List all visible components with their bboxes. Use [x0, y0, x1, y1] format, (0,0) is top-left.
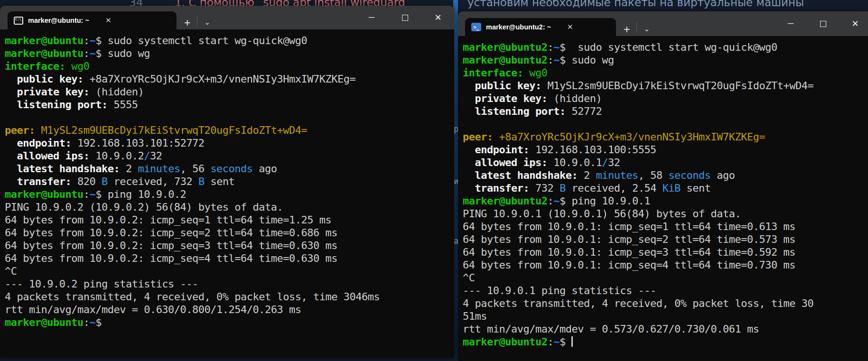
terminal-line: ^C: [463, 271, 868, 284]
terminal-line: listening port: 52772: [463, 105, 868, 118]
terminal-line: 64 bytes from 10.9.0.2: icmp_seq=3 ttl=6…: [5, 239, 454, 252]
titlebar[interactable]: C:\_ marker@ubuntu: ~ ✕ + ⌄ ─ ✕: [0, 6, 454, 29]
tab-marker-ubuntu2[interactable]: >_ marker@ubuntu2: ~ ✕: [465, 18, 616, 36]
titlebar[interactable]: >_ marker@ubuntu2: ~ ✕ + ⌄ ─ ✕: [458, 11, 868, 36]
new-tab-button[interactable]: +: [624, 25, 630, 34]
terminal-line: private key: (hidden): [463, 92, 868, 105]
close-button[interactable]: ✕: [844, 11, 866, 36]
maximize-button[interactable]: [394, 6, 416, 29]
terminal-line: peer: +8a7XroYRc5OjKJr9cX+m3/vnenNSIy3Hm…: [463, 130, 868, 143]
terminal-line: interface: wg0: [463, 66, 868, 79]
background-text-fragment: р: [454, 124, 458, 134]
terminal-line: 64 bytes from 10.9.0.1: icmp_seq=4 ttl=6…: [463, 259, 868, 271]
tab-title: marker@ubuntu: ~: [28, 17, 89, 24]
terminal-line: rtt min/avg/max/mdev = 0.630/0.800/1.254…: [5, 303, 454, 316]
cmd-prompt-icon: C:\_: [14, 17, 23, 25]
terminal-line: public key: M1ySL2sm9UEBcDyi7kEiStvrwqT2…: [463, 79, 868, 92]
window-controls: ─ ✕: [361, 6, 454, 29]
close-button[interactable]: ✕: [427, 6, 449, 29]
background-doc-text: установим необходимые пакеты на виртуаль…: [467, 0, 804, 9]
terminal-line: 64 bytes from 10.9.0.1: icmp_seq=1 ttl=6…: [463, 220, 868, 233]
terminal-line: [5, 111, 454, 124]
terminal-line: ^C: [5, 265, 454, 278]
tab-marker-ubuntu[interactable]: C:\_ marker@ubuntu: ~ ✕: [8, 11, 177, 29]
terminal-line: peer: M1ySL2sm9UEBcDyi7kEiStvrwqT20ugFsI…: [5, 124, 454, 137]
tabbar-separator: [636, 22, 637, 32]
terminal-line: endpoint: 192.168.103.100:5555: [463, 143, 868, 156]
tab-dropdown-button[interactable]: ⌄: [204, 18, 210, 27]
terminal-line: marker@ubuntu2:~$: [463, 335, 868, 348]
tab-dropdown-button[interactable]: ⌄: [644, 25, 650, 33]
text-cursor: [571, 336, 573, 347]
tab-close-icon[interactable]: ✕: [564, 22, 576, 32]
terminal-line: transfer: 820 B received, 732 B sent: [5, 175, 454, 188]
terminal-line: marker@ubuntu2:~$ sudo wg: [463, 54, 868, 66]
terminal-output-ubuntu2[interactable]: marker@ubuntu2:~$ sudo systemctl start w…: [458, 36, 868, 361]
window-controls: ─ ✕: [780, 11, 868, 36]
terminal-line: transfer: 732 B received, 2.54 KiB sent: [463, 182, 868, 194]
terminal-line: marker@ubuntu:~$ sudo wg: [5, 47, 454, 60]
terminal-line: endpoint: 192.168.103.101:52772: [5, 137, 454, 149]
terminal-line: 4 packets transmitted, 4 received, 0% pa…: [5, 290, 454, 303]
background-text-fragment: а: [454, 236, 458, 246]
terminal-line: marker@ubuntu:~$ sudo systemctl start wg…: [5, 34, 454, 47]
terminal-line: 64 bytes from 10.9.0.2: icmp_seq=2 ttl=6…: [5, 226, 454, 239]
terminal-line: marker@ubuntu:~$: [5, 316, 454, 329]
terminal-window-ubuntu2: >_ marker@ubuntu2: ~ ✕ + ⌄ ─ ✕ marker@ub…: [458, 11, 868, 361]
terminal-line: private key: (hidden): [5, 85, 454, 98]
terminal-line: 64 bytes from 10.9.0.2: icmp_seq=1 ttl=6…: [5, 213, 454, 226]
terminal-line: 4 packets transmitted, 4 received, 0% pa…: [463, 297, 868, 310]
terminal-line: --- 10.9.0.1 ping statistics ---: [463, 284, 868, 297]
terminal-line: latest handshake: 2 minutes, 58 seconds …: [463, 169, 868, 182]
maximize-icon: [402, 15, 408, 21]
terminal-line: PING 10.9.0.2 (10.9.0.2) 56(84) bytes of…: [5, 201, 454, 213]
terminal-line: rtt min/avg/max/mdev = 0.573/0.627/0.730…: [463, 323, 868, 335]
terminal-line: latest handshake: 2 minutes, 56 seconds …: [5, 162, 454, 175]
terminal-line: listening port: 5555: [5, 98, 454, 111]
terminal-output-ubuntu[interactable]: marker@ubuntu:~$ sudo systemctl start wg…: [0, 29, 454, 358]
tab-close-icon[interactable]: ✕: [103, 15, 114, 26]
minimize-button[interactable]: ─: [361, 6, 383, 29]
tab-title: marker@ubuntu2: ~: [486, 23, 551, 31]
background-text-fragment: и: [454, 176, 458, 186]
terminal-window-ubuntu: C:\_ marker@ubuntu: ~ ✕ + ⌄ ─ ✕ marker@u…: [0, 6, 454, 358]
terminal-line: allowed ips: 10.9.0.2/32: [5, 149, 454, 162]
terminal-line: --- 10.9.0.2 ping statistics ---: [5, 278, 454, 290]
minimize-button[interactable]: ─: [780, 11, 802, 36]
terminal-line: public key: +8a7XroYRc5OjKJr9cX+m3/vnenN…: [5, 73, 454, 85]
terminal-line: [463, 118, 868, 130]
tabbar-separator: [197, 15, 197, 26]
terminal-line: 64 bytes from 10.9.0.2: icmp_seq=4 ttl=6…: [5, 252, 454, 265]
terminal-line: interface: wg0: [5, 60, 454, 73]
powershell-icon: >_: [471, 23, 481, 31]
terminal-line: 64 bytes from 10.9.0.1: icmp_seq=3 ttl=6…: [463, 246, 868, 259]
maximize-button[interactable]: [812, 11, 834, 36]
maximize-icon: [820, 21, 826, 27]
terminal-line: marker@ubuntu:~$ ping 10.9.0.2: [5, 188, 454, 201]
new-tab-button[interactable]: +: [184, 18, 190, 28]
terminal-line: 51ms: [463, 310, 868, 323]
terminal-line: allowed ips: 10.9.0.1/32: [463, 156, 868, 169]
terminal-line: PING 10.9.0.1 (10.9.0.1) 56(84) bytes of…: [463, 207, 868, 220]
terminal-line: marker@ubuntu2:~$ ping 10.9.0.1: [463, 194, 868, 207]
terminal-line: marker@ubuntu2:~$ sudo systemctl start w…: [463, 41, 868, 54]
terminal-line: 64 bytes from 10.9.0.1: icmp_seq=2 ttl=6…: [463, 233, 868, 246]
